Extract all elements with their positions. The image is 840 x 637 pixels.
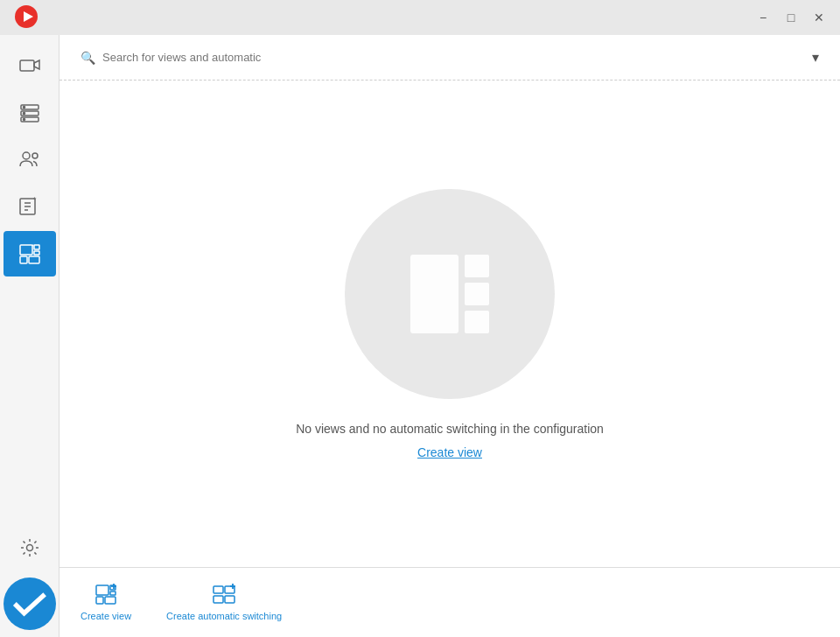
- chevron-down-icon[interactable]: ▾: [812, 49, 819, 66]
- svg-rect-18: [34, 245, 39, 249]
- sidebar-item-cameras[interactable]: [4, 42, 56, 88]
- svg-rect-35: [214, 586, 223, 593]
- create-view-label: Create view: [80, 610, 131, 622]
- svg-marker-3: [34, 60, 39, 69]
- app-logo: [14, 4, 38, 32]
- svg-rect-21: [29, 256, 39, 263]
- sidebar-badge: [4, 578, 56, 630]
- svg-rect-17: [20, 245, 32, 255]
- empty-state-illustration: [345, 189, 555, 399]
- close-button[interactable]: ✕: [805, 4, 833, 32]
- svg-rect-30: [110, 592, 116, 595]
- content-area: No views and no automatic switching in t…: [60, 80, 840, 567]
- layout-icon: [402, 246, 498, 342]
- svg-text:*: *: [33, 195, 37, 204]
- sidebar-item-views[interactable]: *: [4, 231, 56, 276]
- main-panel: 🔍 ▾: [60, 35, 840, 637]
- svg-point-7: [23, 107, 24, 108]
- create-switching-label: Create automatic switching: [166, 610, 282, 622]
- create-view-button[interactable]: Create view: [74, 578, 138, 626]
- titlebar: − □ ✕: [0, 0, 840, 35]
- svg-rect-26: [465, 283, 489, 305]
- sidebar-item-settings[interactable]: [4, 525, 56, 570]
- create-view-icon: [94, 582, 118, 606]
- minimize-button[interactable]: −: [749, 4, 777, 32]
- svg-rect-38: [225, 596, 234, 603]
- svg-point-8: [23, 113, 24, 115]
- create-view-link[interactable]: Create view: [417, 445, 482, 459]
- svg-rect-25: [465, 255, 489, 277]
- svg-text:*: *: [32, 242, 34, 250]
- svg-rect-32: [105, 597, 116, 604]
- svg-rect-31: [96, 597, 103, 604]
- svg-rect-28: [96, 585, 108, 595]
- sidebar-item-servers[interactable]: [4, 89, 56, 135]
- svg-rect-19: [34, 251, 39, 255]
- svg-point-9: [23, 119, 24, 121]
- create-automatic-switching-button[interactable]: Create automatic switching: [159, 578, 289, 626]
- sidebar-item-views-new[interactable]: *: [4, 184, 56, 229]
- search-input-wrap: 🔍 ▾: [74, 46, 826, 69]
- sidebar-item-users[interactable]: [4, 136, 56, 182]
- svg-point-10: [23, 152, 30, 159]
- svg-rect-24: [410, 255, 458, 333]
- sidebar: * *: [0, 35, 60, 637]
- search-input[interactable]: [102, 51, 812, 64]
- svg-point-23: [26, 545, 32, 551]
- svg-point-11: [32, 153, 38, 158]
- empty-state-text: No views and no automatic switching in t…: [296, 420, 604, 438]
- svg-rect-2: [20, 60, 34, 71]
- svg-rect-20: [20, 256, 27, 263]
- bottom-toolbar: Create view Create automatic switching: [60, 567, 840, 637]
- create-switching-icon: [212, 582, 236, 606]
- svg-rect-27: [465, 311, 489, 333]
- search-bar: 🔍 ▾: [60, 35, 840, 80]
- svg-rect-37: [214, 596, 223, 603]
- app-container: * *: [0, 35, 840, 637]
- search-icon: 🔍: [80, 51, 95, 65]
- empty-state: No views and no automatic switching in t…: [296, 189, 604, 459]
- maximize-button[interactable]: □: [777, 4, 805, 32]
